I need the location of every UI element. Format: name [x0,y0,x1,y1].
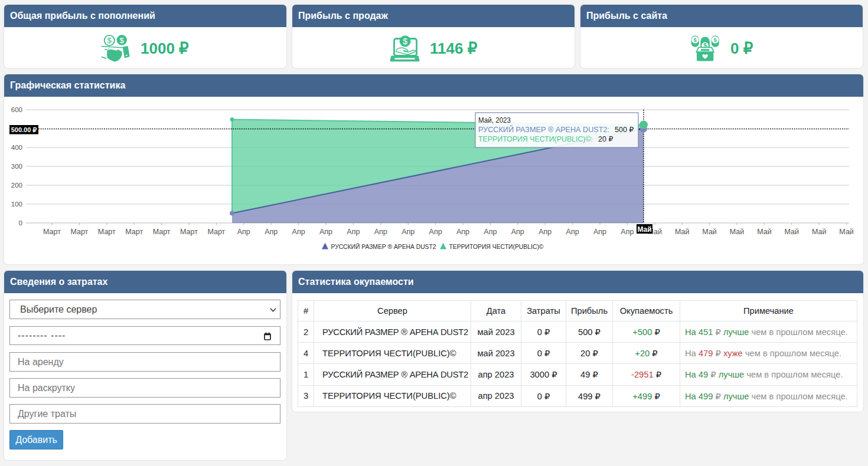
svg-text:Март: Март [125,228,143,236]
svg-text:Май: Май [675,228,690,236]
svg-text:Апр: Апр [265,228,278,236]
svg-text:Апр: Апр [292,228,305,236]
svg-text:Май: Май [785,228,800,236]
svg-text:Март: Март [180,228,198,236]
svg-text:400: 400 [11,144,22,151]
svg-text:Апр: Апр [237,228,250,236]
svg-text:Апр: Апр [429,228,442,236]
svg-text:ТЕРРИТОРИЯ ЧЕСТИ(PUBLIC)©: ТЕРРИТОРИЯ ЧЕСТИ(PUBLIC)© [449,243,544,250]
svg-text:Май: Май [812,228,827,236]
svg-text:Апр: Апр [347,228,360,236]
svg-text:20 ₽: 20 ₽ [598,135,613,143]
svg-text:РУССКИЙ РАЗМЕР ® АРЕНА DUST2: РУССКИЙ РАЗМЕР ® АРЕНА DUST2 [331,243,436,250]
svg-text:Апр: Апр [484,228,497,236]
svg-text:Апр: Апр [566,228,579,236]
svg-text:Май: Май [730,228,745,236]
svg-text:$: $ [694,37,697,43]
svg-text:Май: Май [757,228,772,236]
svg-text:Апр: Апр [593,228,606,236]
svg-text:Май: Май [839,228,854,236]
svg-text:Май, 2023: Май, 2023 [478,116,511,124]
svg-text:РУССКИЙ РАЗМЕР ® АРЕНА DUST2:: РУССКИЙ РАЗМЕР ® АРЕНА DUST2: [478,125,609,134]
svg-text:Апр: Апр [511,228,524,236]
svg-text:Апр: Апр [319,228,332,236]
svg-text:500.00 ₽: 500.00 ₽ [11,126,37,133]
svg-text:$: $ [107,36,112,45]
svg-text:Март: Март [153,228,171,236]
svg-text:Март: Март [70,228,88,236]
svg-text:Апр: Апр [621,228,634,236]
svg-text:Март: Март [98,228,116,236]
svg-text:100: 100 [11,201,22,208]
svg-text:0: 0 [19,219,22,227]
svg-text:$: $ [120,36,125,45]
svg-text:$: $ [403,37,407,46]
svg-text:Март: Март [207,228,225,236]
svg-text:600: 600 [11,106,22,113]
svg-text:Апр: Апр [539,228,552,236]
svg-text:500 ₽: 500 ₽ [615,126,634,134]
svg-text:ТЕРРИТОРИЯ ЧЕСТИ(PUBLIC)©:: ТЕРРИТОРИЯ ЧЕСТИ(PUBLIC)©: [478,135,593,143]
svg-text:Май: Май [702,228,717,236]
svg-text:300: 300 [11,163,22,170]
svg-text:$: $ [714,37,717,43]
svg-text:Апр: Апр [374,228,387,236]
svg-text:Март: Март [43,228,61,236]
svg-text:Апр: Апр [456,228,469,236]
svg-text:Май: Май [637,225,651,234]
svg-text:Апр: Апр [402,228,415,236]
svg-text:200: 200 [11,182,22,189]
